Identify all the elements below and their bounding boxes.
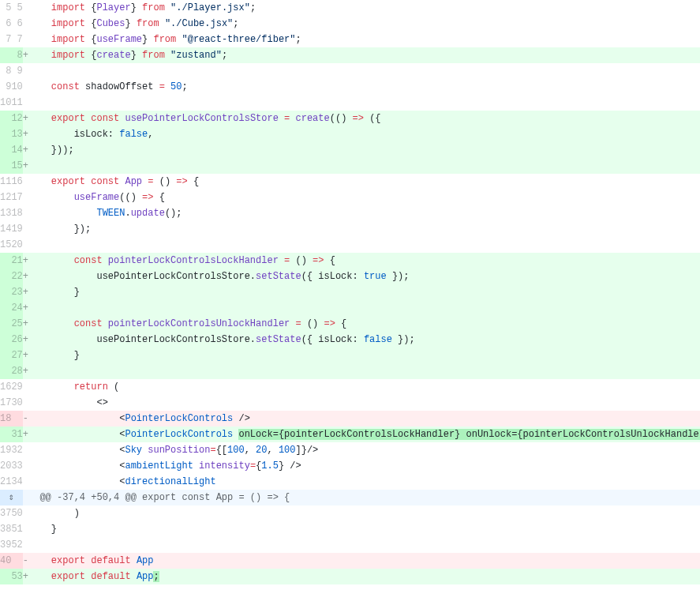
code-content[interactable]: usePointerLockControlsStore.setState({ i…	[28, 332, 700, 348]
new-line-number[interactable]: 11	[11, 95, 22, 111]
diff-line[interactable]: 2033 <ambientLight intensity={1.5} />	[0, 458, 700, 474]
code-content[interactable]: <>	[28, 395, 700, 411]
old-line-number[interactable]: 16	[0, 379, 11, 395]
new-line-number[interactable]: 28	[11, 363, 22, 379]
code-content[interactable]: <Sky sunPosition={[100, 20, 100]}/>	[28, 442, 700, 458]
old-line-number[interactable]: 21	[0, 474, 11, 490]
diff-line[interactable]: 3851 }	[0, 521, 700, 537]
new-line-number[interactable]: 9	[11, 63, 22, 79]
new-line-number[interactable]: 7	[11, 32, 22, 47]
new-line-number[interactable]: 33	[11, 458, 22, 474]
new-line-number[interactable]: 50	[11, 505, 22, 521]
code-content[interactable]	[28, 95, 700, 111]
new-line-number[interactable]	[11, 411, 22, 427]
old-line-number[interactable]: 5	[0, 0, 11, 16]
old-line-number[interactable]	[0, 158, 11, 174]
old-line-number[interactable]: 20	[0, 458, 11, 474]
new-line-number[interactable]: 23	[11, 284, 22, 300]
old-line-number[interactable]	[0, 142, 11, 158]
code-content[interactable]: export default App;	[28, 569, 700, 584]
code-content[interactable]: import {Cubes} from "./Cube.jsx";	[28, 16, 700, 32]
code-content[interactable]: TWEEN.update();	[28, 205, 700, 221]
diff-line[interactable]: 18- <PointerLockControls />	[0, 411, 700, 427]
old-line-number[interactable]: 37	[0, 505, 11, 521]
code-content[interactable]	[28, 300, 700, 316]
new-line-number[interactable]: 27	[11, 348, 22, 363]
old-line-number[interactable]: 13	[0, 205, 11, 221]
diff-line[interactable]: 77 import {useFrame} from "@react-three/…	[0, 32, 700, 47]
old-line-number[interactable]: 7	[0, 32, 11, 47]
diff-line[interactable]: 3952	[0, 537, 700, 553]
old-line-number[interactable]	[0, 300, 11, 316]
code-content[interactable]	[28, 158, 700, 174]
code-content[interactable]	[28, 537, 700, 553]
diff-line[interactable]: 89	[0, 63, 700, 79]
diff-line[interactable]: 12+ export const usePointerLockControlsS…	[0, 111, 700, 126]
code-content[interactable]: export const App = () => {	[28, 174, 700, 190]
diff-line[interactable]: 53+ export default App;	[0, 569, 700, 584]
old-line-number[interactable]: 10	[0, 95, 11, 111]
new-line-number[interactable]: 29	[11, 379, 22, 395]
code-content[interactable]: <ambientLight intensity={1.5} />	[28, 458, 700, 474]
old-line-number[interactable]: 19	[0, 442, 11, 458]
new-line-number[interactable]: 6	[11, 16, 22, 32]
new-line-number[interactable]: 53	[11, 569, 22, 584]
diff-line[interactable]: 23+ }	[0, 284, 700, 300]
diff-line[interactable]: ⇕ @@ -37,4 +50,4 @@ export const App = (…	[0, 490, 700, 505]
code-content[interactable]: usePointerLockControlsStore.setState({ i…	[28, 269, 700, 284]
code-content[interactable]: }));	[28, 142, 700, 158]
diff-line[interactable]: 2134 <directionalLight	[0, 474, 700, 490]
code-content[interactable]: <PointerLockControls />	[28, 411, 700, 427]
new-line-number[interactable]: 13	[11, 126, 22, 142]
new-line-number[interactable]: 17	[11, 190, 22, 205]
code-content[interactable]: }	[28, 348, 700, 363]
old-line-number[interactable]	[0, 332, 11, 348]
old-line-number[interactable]: 8	[0, 63, 11, 79]
new-line-number[interactable]: 51	[11, 521, 22, 537]
old-line-number[interactable]	[0, 269, 11, 284]
diff-line[interactable]: 40- export default App	[0, 553, 700, 569]
code-content[interactable]: const shadowOffset = 50;	[28, 79, 700, 95]
old-line-number[interactable]	[0, 126, 11, 142]
diff-line[interactable]: 26+ usePointerLockControlsStore.setState…	[0, 332, 700, 348]
diff-line[interactable]: 1318 TWEEN.update();	[0, 205, 700, 221]
code-content[interactable]	[28, 63, 700, 79]
diff-line[interactable]: 55 import {Player} from "./Player.jsx";	[0, 0, 700, 16]
diff-line[interactable]: 1730 <>	[0, 395, 700, 411]
new-line-number[interactable]	[11, 553, 22, 569]
diff-line[interactable]: 1217 useFrame(() => {	[0, 190, 700, 205]
new-line-number[interactable]: 30	[11, 395, 22, 411]
diff-line[interactable]: 8+ import {create} from "zustand";	[0, 47, 700, 63]
code-content[interactable]: <PointerLockControls onLock={pointerLock…	[28, 427, 700, 442]
old-line-number[interactable]	[0, 348, 11, 363]
new-line-number[interactable]: 24	[11, 300, 22, 316]
diff-line[interactable]: 21+ const pointerLockControlsLockHandler…	[0, 253, 700, 269]
code-content[interactable]: useFrame(() => {	[28, 190, 700, 205]
diff-line[interactable]: 1629 return (	[0, 379, 700, 395]
code-content[interactable]: return (	[28, 379, 700, 395]
old-line-number[interactable]	[0, 363, 11, 379]
old-line-number[interactable]: 11	[0, 174, 11, 190]
old-line-number[interactable]: 38	[0, 521, 11, 537]
diff-line[interactable]: 27+ }	[0, 348, 700, 363]
code-content[interactable]: const pointerLockControlsLockHandler = (…	[28, 253, 700, 269]
diff-line[interactable]: 25+ const pointerLockControlsUnlockHandl…	[0, 316, 700, 332]
diff-line[interactable]: 13+ isLock: false,	[0, 126, 700, 142]
code-content[interactable]: import {create} from "zustand";	[28, 47, 700, 63]
diff-line[interactable]: 24+	[0, 300, 700, 316]
code-content[interactable]: isLock: false,	[28, 126, 700, 142]
diff-line[interactable]: 3750 )	[0, 505, 700, 521]
new-line-number[interactable]: 10	[11, 79, 22, 95]
diff-line[interactable]: 1116 export const App = () => {	[0, 174, 700, 190]
old-line-number[interactable]	[0, 284, 11, 300]
new-line-number[interactable]: 32	[11, 442, 22, 458]
new-line-number[interactable]: 14	[11, 142, 22, 158]
code-content[interactable]: )	[28, 505, 700, 521]
new-line-number[interactable]: 52	[11, 537, 22, 553]
new-line-number[interactable]: 18	[11, 205, 22, 221]
new-line-number[interactable]: 21	[11, 253, 22, 269]
code-content[interactable]	[28, 363, 700, 379]
old-line-number[interactable]	[0, 111, 11, 126]
diff-line[interactable]: 66 import {Cubes} from "./Cube.jsx";	[0, 16, 700, 32]
code-content[interactable]: const pointerLockControlsUnlockHandler =…	[28, 316, 700, 332]
